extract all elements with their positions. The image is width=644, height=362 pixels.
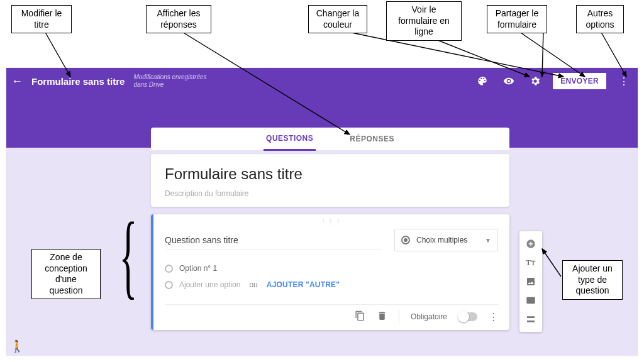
form-description-placeholder[interactable]: Description du formulaire bbox=[165, 189, 496, 198]
callout-change-color: Changer la couleur bbox=[308, 5, 367, 33]
eye-icon[interactable] bbox=[500, 75, 518, 87]
add-other-link[interactable]: AJOUTER "AUTRE" bbox=[267, 280, 340, 289]
question-more-icon[interactable]: ⋮ bbox=[489, 311, 498, 322]
question-title-input[interactable]: Question sans titre bbox=[165, 231, 382, 250]
options-list: Option n° 1 Ajouter une option ou AJOUTE… bbox=[165, 260, 498, 293]
callout-design-zone: Zone de conception d'une question bbox=[31, 249, 101, 299]
duplicate-icon[interactable] bbox=[355, 310, 365, 323]
brace-glyph: { bbox=[119, 201, 138, 309]
required-toggle[interactable] bbox=[458, 312, 477, 321]
option-radio-icon bbox=[165, 281, 173, 289]
forms-app: ← Formulaire sans titre Modifications en… bbox=[6, 68, 638, 356]
saved-status: Modifications enregistrées dans Drive bbox=[133, 74, 206, 89]
question-type-dropdown[interactable]: Choix multiples ▼ bbox=[394, 229, 498, 251]
callout-add-qtype: Ajouter un type de question bbox=[562, 260, 623, 300]
form-title-text[interactable]: Formulaire sans titre bbox=[165, 165, 496, 183]
or-label: ou bbox=[249, 280, 257, 289]
callout-edit-title: Modifier le titre bbox=[11, 5, 72, 33]
question-header: Question sans titre Choix multiples ▼ bbox=[165, 229, 498, 251]
more-options-icon[interactable]: ⋮ bbox=[615, 75, 633, 87]
add-question-icon[interactable] bbox=[526, 239, 536, 249]
required-label: Obligatoire bbox=[411, 312, 447, 321]
add-option-link[interactable]: Ajouter une option bbox=[179, 280, 240, 289]
add-section-icon[interactable] bbox=[526, 314, 536, 324]
question-card[interactable]: ⋮⋮⋮ Question sans titre Choix multiples … bbox=[151, 214, 509, 330]
tabs-row: QUESTIONS RÉPONSES bbox=[151, 128, 509, 150]
drag-handle-icon[interactable]: ⋮⋮⋮ bbox=[165, 218, 498, 225]
side-toolbar: Tᴛ bbox=[519, 231, 542, 332]
question-type-label: Choix multiples bbox=[416, 236, 467, 244]
center-column: QUESTIONS RÉPONSES Formulaire sans titre… bbox=[151, 128, 509, 330]
callout-share-form: Partager le formulaire bbox=[487, 5, 547, 33]
form-header-card[interactable]: Formulaire sans titre Description du for… bbox=[151, 154, 509, 207]
question-footer: Obligatoire ⋮ bbox=[165, 304, 498, 324]
callout-show-responses: Afficher les réponses bbox=[146, 5, 211, 33]
gear-icon[interactable] bbox=[526, 75, 544, 87]
palette-icon[interactable] bbox=[474, 75, 491, 87]
add-image-icon[interactable] bbox=[526, 277, 536, 287]
tab-responses[interactable]: RÉPONSES bbox=[347, 128, 397, 150]
add-option-row: Ajouter une option ou AJOUTER "AUTRE" bbox=[165, 277, 498, 293]
add-title-icon[interactable]: Tᴛ bbox=[526, 258, 536, 268]
topbar: ← Formulaire sans titre Modifications en… bbox=[6, 68, 638, 94]
option-row[interactable]: Option n° 1 bbox=[165, 260, 498, 277]
form-title-topbar[interactable]: Formulaire sans titre bbox=[31, 76, 125, 87]
trash-icon[interactable] bbox=[377, 310, 387, 323]
back-arrow-icon[interactable]: ← bbox=[11, 75, 23, 88]
option-radio-icon bbox=[165, 265, 173, 273]
chevron-down-icon: ▼ bbox=[485, 237, 491, 244]
option-label[interactable]: Option n° 1 bbox=[179, 264, 217, 273]
callout-view-online: Voir le formulaire en ligne bbox=[386, 1, 462, 41]
separator bbox=[399, 310, 399, 324]
callout-more-options: Autres options bbox=[576, 5, 624, 33]
tab-questions[interactable]: QUESTIONS bbox=[264, 128, 316, 151]
send-button[interactable]: ENVOYER bbox=[553, 73, 606, 89]
add-video-icon[interactable] bbox=[526, 295, 536, 305]
accessibility-icon: 🚶 bbox=[10, 339, 24, 353]
radio-icon bbox=[401, 236, 410, 244]
